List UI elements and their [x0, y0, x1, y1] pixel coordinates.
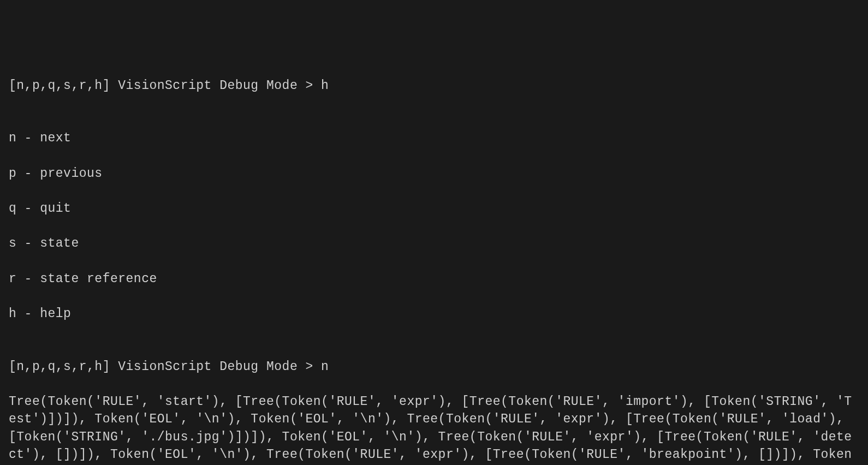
help-option-state: s - state [9, 235, 859, 252]
tree-output: Tree(Token('RULE', 'start'), [Tree(Token… [9, 393, 859, 465]
help-option-state-reference: r - state reference [9, 270, 859, 288]
help-option-previous: p - previous [9, 165, 859, 182]
help-option-help: h - help [9, 305, 859, 323]
debug-prompt-next: [n,p,q,s,r,h] VisionScript Debug Mode > … [9, 358, 859, 375]
debug-prompt-help: [n,p,q,s,r,h] VisionScript Debug Mode > … [9, 77, 859, 94]
help-option-quit: q - quit [9, 200, 859, 217]
help-option-next: n - next [9, 129, 859, 147]
